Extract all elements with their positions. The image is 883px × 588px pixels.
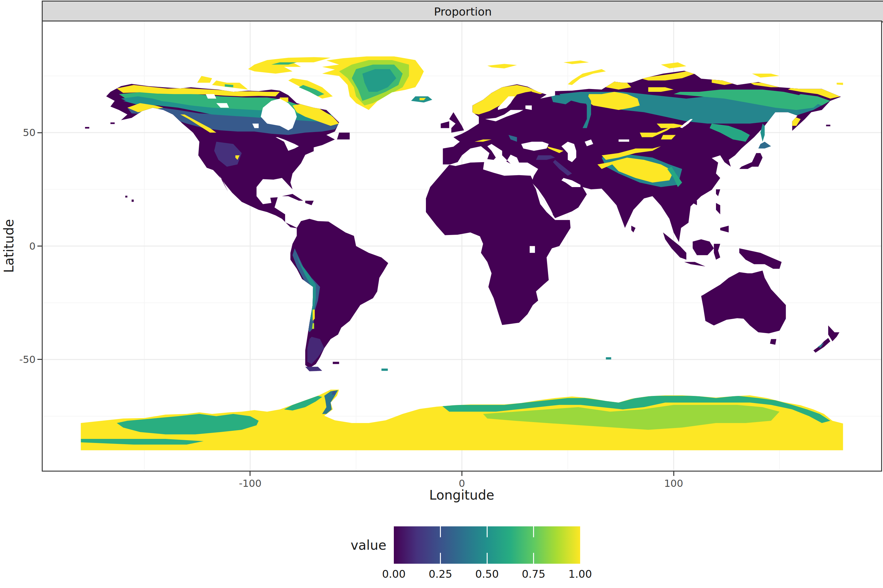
legend-tick-label: 0.75 — [522, 568, 546, 580]
x-tick-label: 100 — [664, 477, 683, 489]
map-region — [131, 200, 134, 202]
landmass-au — [701, 270, 786, 333]
y-axis-title: Latitude — [1, 184, 16, 308]
legend-bar-tick — [440, 553, 441, 564]
legend-tick-label: 0.50 — [475, 568, 499, 580]
map-region — [739, 153, 763, 169]
map-region — [110, 122, 115, 124]
legend-bar-tick — [533, 553, 534, 564]
map-region — [661, 62, 686, 69]
map-region — [248, 57, 331, 74]
map-region — [85, 127, 89, 129]
map-region — [197, 76, 212, 83]
x-tick-mark — [673, 472, 674, 476]
legend-tick-label: 0.00 — [382, 568, 406, 580]
map-region — [441, 122, 449, 128]
y-tick-label: 50 — [1, 127, 36, 138]
map-region — [828, 326, 839, 342]
y-tick-mark — [38, 132, 42, 133]
map-region — [568, 69, 606, 85]
y-tick-mark — [38, 359, 42, 360]
x-tick-mark — [462, 472, 462, 476]
map-region — [716, 203, 721, 214]
x-tick-label: -100 — [239, 477, 262, 489]
plot-panel — [42, 21, 882, 472]
water-region — [529, 246, 535, 253]
map-region — [826, 125, 830, 126]
facet-strip-title: Proportion — [434, 5, 492, 18]
map-region — [631, 226, 636, 232]
map-region — [333, 362, 339, 364]
map-region — [693, 239, 714, 255]
map-region — [721, 226, 729, 232]
map-region — [714, 244, 720, 260]
map-region — [758, 142, 771, 148]
map-region — [337, 133, 350, 140]
map-region — [752, 74, 779, 78]
facet-strip: Proportion — [42, 1, 883, 22]
map-region — [693, 201, 697, 206]
map-region — [836, 83, 843, 85]
map-region — [739, 248, 782, 269]
map-region — [487, 64, 517, 69]
legend-bar-tick — [487, 526, 487, 537]
legend-tick-label: 1.00 — [568, 568, 592, 580]
map-region — [564, 60, 589, 64]
map-region — [770, 339, 776, 345]
map-region — [305, 367, 322, 371]
landmass-sa — [290, 219, 388, 368]
legend-bar-tick — [487, 553, 487, 564]
x-axis-title: Longitude — [399, 488, 524, 503]
water-region — [618, 140, 629, 142]
map-region — [684, 262, 705, 267]
map-region — [381, 369, 388, 371]
legend-bar-tick — [533, 526, 534, 537]
map-region — [606, 357, 611, 360]
legend-bar-tick — [440, 526, 441, 537]
x-tick-mark — [250, 472, 251, 476]
legend-tick-label: 0.25 — [429, 568, 453, 580]
map-region — [282, 194, 303, 201]
map-region — [305, 201, 314, 206]
legend-title: value — [311, 538, 387, 553]
y-tick-label: -50 — [1, 354, 36, 366]
world-map — [43, 21, 881, 471]
y-tick-mark — [38, 246, 42, 246]
map-region — [716, 189, 721, 196]
map-region — [125, 196, 128, 198]
